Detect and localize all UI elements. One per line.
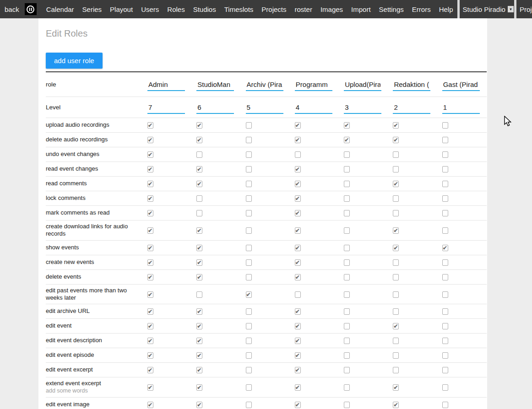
permission-checkbox-r2-c3[interactable] [295, 151, 301, 158]
permission-checkbox-r16-c1[interactable] [196, 367, 202, 373]
permission-checkbox-r11-c1[interactable] [196, 291, 202, 298]
permission-checkbox-r15-c6[interactable] [442, 352, 448, 359]
permission-checkbox-r1-c1[interactable] [196, 137, 202, 143]
permission-checkbox-r17-c5[interactable] [393, 384, 399, 391]
permission-checkbox-r8-c0[interactable] [147, 245, 153, 251]
permission-checkbox-r14-c4[interactable] [344, 338, 350, 344]
permission-checkbox-r16-c6[interactable] [442, 367, 448, 373]
permission-checkbox-r12-c0[interactable] [147, 308, 153, 315]
permission-checkbox-r10-c1[interactable] [196, 274, 202, 280]
permission-checkbox-r3-c6[interactable] [442, 166, 448, 172]
permission-checkbox-r15-c3[interactable] [295, 352, 301, 359]
permission-checkbox-r2-c5[interactable] [393, 151, 399, 158]
permission-checkbox-r18-c3[interactable] [295, 402, 301, 408]
level-input-6[interactable] [442, 101, 480, 114]
level-input-5[interactable] [393, 101, 430, 114]
permission-checkbox-r14-c3[interactable] [295, 338, 301, 344]
nav-item-help[interactable]: Help [435, 5, 457, 13]
role-name-input-0[interactable] [147, 78, 185, 91]
level-input-0[interactable] [147, 101, 185, 114]
permission-checkbox-r4-c3[interactable] [295, 181, 301, 187]
permission-checkbox-r15-c5[interactable] [393, 352, 399, 359]
permission-checkbox-r17-c1[interactable] [196, 384, 202, 391]
permission-checkbox-r1-c5[interactable] [393, 137, 399, 143]
permission-checkbox-r12-c4[interactable] [344, 308, 350, 315]
back-button[interactable]: back [0, 5, 25, 13]
permission-checkbox-r6-c6[interactable] [442, 210, 448, 216]
permission-checkbox-r9-c4[interactable] [344, 259, 350, 266]
permission-checkbox-r17-c4[interactable] [344, 384, 350, 391]
permission-checkbox-r10-c3[interactable] [295, 274, 301, 280]
permission-checkbox-r16-c5[interactable] [393, 367, 399, 373]
permission-checkbox-r2-c2[interactable] [246, 151, 252, 158]
nav-item-roster[interactable]: roster [291, 5, 316, 13]
permission-checkbox-r13-c3[interactable] [295, 323, 301, 329]
permission-checkbox-r7-c5[interactable] [393, 227, 399, 234]
level-input-3[interactable] [295, 101, 332, 114]
permission-checkbox-r1-c2[interactable] [246, 137, 252, 143]
permission-checkbox-r3-c0[interactable] [147, 166, 153, 172]
permission-checkbox-r5-c3[interactable] [295, 195, 301, 202]
permission-checkbox-r5-c0[interactable] [147, 195, 153, 202]
permission-checkbox-r13-c4[interactable] [344, 323, 350, 329]
permission-checkbox-r10-c4[interactable] [344, 274, 350, 280]
permission-checkbox-r0-c6[interactable] [442, 122, 448, 129]
permission-checkbox-r15-c4[interactable] [344, 352, 350, 359]
permission-checkbox-r15-c2[interactable] [246, 352, 252, 359]
permission-checkbox-r10-c2[interactable] [246, 274, 252, 280]
permission-checkbox-r12-c5[interactable] [393, 308, 399, 315]
permission-checkbox-r4-c1[interactable] [196, 181, 202, 187]
project-select[interactable]: Project 88vier ▾ [514, 0, 532, 18]
permission-checkbox-r16-c0[interactable] [147, 367, 153, 373]
permission-checkbox-r17-c3[interactable] [295, 384, 301, 391]
permission-checkbox-r18-c2[interactable] [246, 402, 252, 408]
role-name-input-2[interactable] [246, 78, 283, 91]
permission-checkbox-r9-c3[interactable] [295, 259, 301, 266]
role-name-input-5[interactable] [393, 78, 430, 91]
permission-checkbox-r9-c6[interactable] [442, 259, 448, 266]
permission-checkbox-r6-c5[interactable] [393, 210, 399, 216]
permission-checkbox-r14-c1[interactable] [196, 338, 202, 344]
permission-checkbox-r13-c2[interactable] [246, 323, 252, 329]
permission-checkbox-r11-c5[interactable] [393, 291, 399, 298]
project-select-value[interactable]: Project 88vier [520, 5, 532, 13]
permission-checkbox-r11-c4[interactable] [344, 291, 350, 298]
permission-checkbox-r17-c2[interactable] [246, 384, 252, 391]
permission-checkbox-r18-c0[interactable] [147, 402, 153, 408]
level-input-4[interactable] [344, 101, 381, 114]
permission-checkbox-r0-c5[interactable] [393, 122, 399, 129]
permission-checkbox-r4-c6[interactable] [442, 181, 448, 187]
permission-checkbox-r9-c5[interactable] [393, 259, 399, 266]
permission-checkbox-r12-c3[interactable] [295, 308, 301, 315]
permission-checkbox-r11-c2[interactable] [246, 291, 252, 298]
permission-checkbox-r12-c6[interactable] [442, 308, 448, 315]
permission-checkbox-r17-c6[interactable] [442, 384, 448, 391]
permission-checkbox-r12-c2[interactable] [246, 308, 252, 315]
permission-checkbox-r4-c0[interactable] [147, 181, 153, 187]
permission-checkbox-r18-c1[interactable] [196, 402, 202, 408]
level-input-2[interactable] [246, 101, 283, 114]
permission-checkbox-r3-c1[interactable] [196, 166, 202, 172]
permission-checkbox-r6-c4[interactable] [344, 210, 350, 216]
permission-checkbox-r0-c2[interactable] [246, 122, 252, 129]
permission-checkbox-r3-c3[interactable] [295, 166, 301, 172]
role-name-input-1[interactable] [196, 78, 234, 91]
permission-checkbox-r13-c5[interactable] [393, 323, 399, 329]
permission-checkbox-r13-c6[interactable] [442, 323, 448, 329]
permission-checkbox-r4-c5[interactable] [393, 181, 399, 187]
permission-checkbox-r0-c3[interactable] [295, 122, 301, 129]
permission-checkbox-r5-c4[interactable] [344, 195, 350, 202]
permission-checkbox-r11-c6[interactable] [442, 291, 448, 298]
permission-checkbox-r5-c5[interactable] [393, 195, 399, 202]
nav-item-images[interactable]: Images [316, 5, 347, 13]
permission-checkbox-r2-c0[interactable] [147, 151, 153, 158]
level-input-1[interactable] [196, 101, 234, 114]
permission-checkbox-r0-c0[interactable] [147, 122, 153, 129]
permission-checkbox-r1-c6[interactable] [442, 137, 448, 143]
permission-checkbox-r17-c0[interactable] [147, 384, 153, 391]
permission-checkbox-r0-c1[interactable] [196, 122, 202, 129]
studio-select-value[interactable]: Studio Piradio [463, 5, 508, 13]
permission-checkbox-r13-c1[interactable] [196, 323, 202, 329]
permission-checkbox-r10-c6[interactable] [442, 274, 448, 280]
permission-checkbox-r8-c3[interactable] [295, 245, 301, 251]
